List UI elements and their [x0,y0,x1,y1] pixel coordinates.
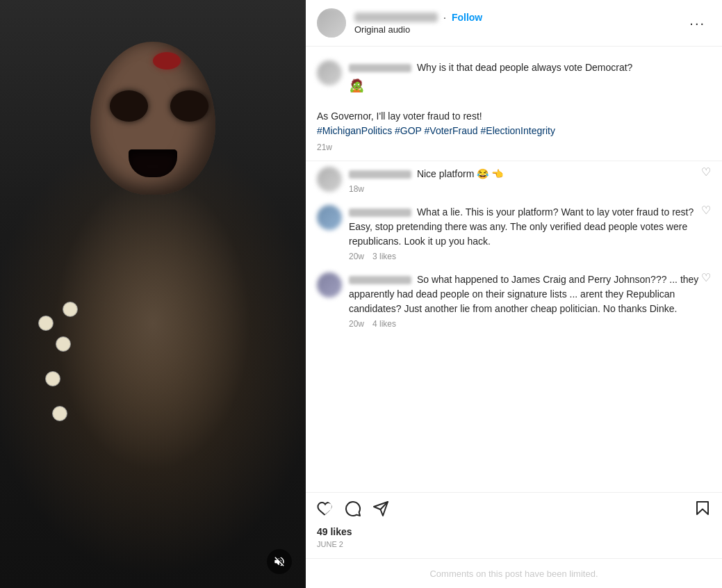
likes-count: 49 likes [317,526,711,537]
question-author-avatar [317,60,342,85]
right-panel: · Follow Original audio ··· Why is it th… [306,0,722,588]
comment-3-row: So what happened to James Craig and Perr… [349,272,711,329]
post-date: JUNE 2 [317,540,711,548]
original-audio-label: Original audio [354,24,684,35]
badge-4 [38,316,54,331]
comment-1-meta: 18w [349,184,701,194]
follow-button[interactable]: Follow [452,12,482,23]
comment-2-username [349,209,411,217]
comment-1-avatar [317,167,342,192]
video-background [0,0,306,588]
comment-button[interactable] [345,500,361,520]
badge-3 [52,406,67,421]
post-header: · Follow Original audio ··· [306,0,722,47]
comment-2-like-button[interactable]: ♡ [701,205,711,216]
heart-icon [317,500,334,517]
comment-3-body: So what happened to James Craig and Perr… [349,272,701,329]
comment-icon [345,500,361,517]
mute-icon [273,555,286,568]
mouth [129,149,177,177]
header-info: · Follow Original audio [354,12,684,35]
question-comment-text: Why is it that dead people always vote D… [349,60,711,75]
post-footer: Comments on this post have been limited. [306,558,722,588]
main-question-comment: Why is it that dead people always vote D… [306,55,722,101]
comment-3-meta: 20w 4 likes [349,319,701,329]
badge-2 [45,371,60,386]
main-post-body: As Governor, I'll lay voter fraud to res… [306,101,722,161]
comment-3: So what happened to James Craig and Perr… [306,267,722,334]
comment-2-avatar [317,205,342,230]
share-icon [372,500,389,517]
comment-2-text: What a lie. This is your platform? Want … [349,205,701,249]
avatar-blur [317,8,346,38]
post-author-avatar [317,8,346,38]
comment-3-username [349,276,411,284]
comment-2: What a lie. This is your platform? Want … [306,199,722,267]
bookmark-icon [694,500,711,516]
zombie-emoji: 🧟 [349,76,711,95]
video-panel [0,0,306,588]
head-shape [90,42,215,195]
author-username-blur [354,13,438,22]
comment-2-row: What a lie. This is your platform? Want … [349,205,711,261]
comment-1-body: Nice platform 😂 👈 18w [349,167,701,194]
comment-2-meta: 20w 3 likes [349,252,701,261]
action-icons-row [317,500,711,521]
badge-1 [56,336,71,352]
question-comment-content: Why is it that dead people always vote D… [349,60,711,95]
share-button[interactable] [372,500,389,520]
comment-1: Nice platform 😂 👈 18w ♡ [306,161,722,199]
action-bar: 49 likes JUNE 2 [306,492,722,558]
bookmark-button[interactable] [694,500,711,521]
comment-3-like-button[interactable]: ♡ [701,272,711,284]
comment-3-avatar [317,272,342,297]
separator-dot: · [443,12,446,23]
question-username-blur [349,64,411,72]
comments-limited-text: Comments on this post have been limited. [429,569,598,579]
eye-right [170,90,208,122]
svg-marker-0 [697,502,708,514]
post-timestamp: 21w [317,142,711,152]
comment-2-body: What a lie. This is your platform? Want … [349,205,701,261]
more-options-button[interactable]: ··· [684,13,711,34]
mute-button[interactable] [267,549,292,574]
post-hashtags[interactable]: #MichiganPolitics #GOP #VoterFraud #Elec… [317,124,711,138]
comment-1-username [349,170,411,179]
eye-left [110,90,148,122]
wound [153,52,181,70]
badge-5 [63,302,78,317]
comment-1-row: Nice platform 😂 👈 18w ♡ [349,167,711,194]
username-row: · Follow [354,12,684,23]
like-button[interactable] [317,500,334,520]
zombie-head [76,42,229,222]
comment-1-text: Nice platform 😂 👈 [349,167,701,181]
post-text: As Governor, I'll lay voter fraud to res… [317,109,711,124]
comment-3-text: So what happened to James Craig and Perr… [349,272,701,316]
comments-section: Why is it that dead people always vote D… [306,47,722,492]
comment-1-like-button[interactable]: ♡ [701,167,711,178]
